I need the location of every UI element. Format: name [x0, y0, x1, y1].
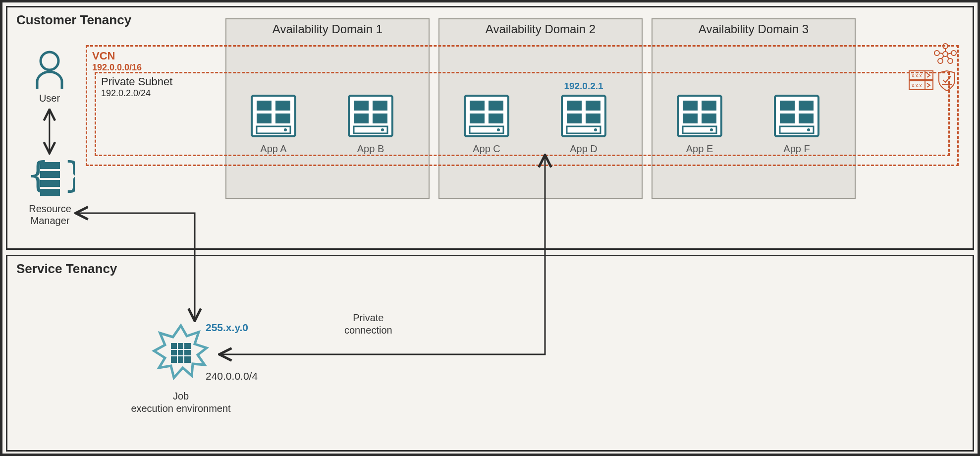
svg-rect-49 — [702, 114, 716, 123]
svg-point-2 — [951, 51, 956, 56]
route-table-icon: x.x.x x.x.x — [909, 71, 933, 90]
service-tenancy: Service Tenancy 255.x.y.0 240.0.0.0/4 — [6, 255, 974, 452]
svg-rect-53 — [780, 101, 795, 111]
security-list-icon — [939, 71, 955, 91]
customer-tenancy: Customer Tenancy Availability Domain 1 A… — [6, 6, 974, 250]
svg-rect-47 — [702, 101, 716, 111]
server-icon — [560, 94, 607, 138]
customer-tenancy-title: Customer Tenancy — [16, 12, 131, 28]
svg-point-37 — [497, 128, 500, 131]
job-gear-icon — [149, 321, 213, 385]
svg-point-44 — [594, 128, 597, 131]
svg-point-5 — [943, 52, 948, 57]
svg-rect-39 — [567, 101, 582, 111]
svg-line-9 — [941, 56, 944, 59]
svg-rect-34 — [470, 114, 485, 123]
svg-point-51 — [710, 128, 713, 131]
svg-rect-42 — [586, 114, 600, 123]
app-f: App F — [764, 94, 829, 155]
svg-text:}: } — [64, 156, 75, 195]
svg-line-7 — [939, 53, 943, 54]
user-label: User — [27, 93, 72, 104]
svg-rect-64 — [40, 180, 60, 187]
network-topology-icon — [933, 42, 958, 66]
app-b-label: App B — [338, 143, 403, 155]
svg-rect-40 — [586, 101, 600, 111]
svg-line-8 — [948, 53, 951, 54]
app-f-label: App F — [764, 143, 829, 155]
svg-rect-28 — [373, 114, 387, 123]
ad1-title: Availability Domain 1 — [226, 22, 429, 36]
resource-manager: { } ResourceManager — [18, 156, 82, 227]
app-e-label: App E — [667, 143, 732, 155]
svg-point-1 — [934, 51, 939, 56]
resource-manager-label: ResourceManager — [18, 203, 82, 227]
job-execution-environment: 255.x.y.0 240.0.0.0/4 Jobexecution envir… — [116, 321, 245, 415]
app-d: 192.0.2.1 App D — [551, 94, 616, 155]
app-c-label: App C — [454, 143, 519, 155]
app-a-label: App A — [241, 143, 306, 155]
svg-rect-35 — [489, 114, 503, 123]
app-a: App A — [241, 94, 306, 155]
svg-rect-62 — [40, 162, 60, 169]
job-ip-cidr: 240.0.0.0/4 — [206, 370, 258, 382]
svg-rect-55 — [780, 114, 795, 123]
vcn-cidr: 192.0.0.0/16 — [92, 62, 142, 73]
svg-point-58 — [807, 128, 810, 131]
server-icon — [773, 94, 820, 138]
svg-point-4 — [948, 58, 953, 63]
svg-point-3 — [938, 58, 943, 63]
user-icon — [32, 50, 67, 90]
svg-point-30 — [381, 128, 384, 131]
svg-point-59 — [41, 52, 58, 70]
vcn-label: VCN — [92, 50, 115, 62]
server-icon — [347, 94, 394, 138]
app-c: App C — [454, 94, 519, 155]
svg-point-23 — [284, 128, 287, 131]
service-tenancy-title: Service Tenancy — [16, 261, 117, 277]
svg-point-0 — [943, 44, 948, 49]
svg-rect-65 — [40, 189, 60, 196]
app-b: App B — [338, 94, 403, 155]
ad2-title: Availability Domain 2 — [439, 22, 642, 36]
resource-manager-icon: { } — [25, 156, 75, 199]
svg-rect-54 — [799, 101, 814, 111]
svg-rect-20 — [257, 114, 272, 123]
subnet-cidr: 192.0.2.0/24 — [101, 88, 151, 99]
job-label: Jobexecution environment — [116, 390, 245, 415]
svg-rect-48 — [683, 114, 698, 123]
app-d-ip: 192.0.2.1 — [551, 81, 616, 92]
app-e: App E — [667, 94, 732, 155]
svg-rect-63 — [40, 171, 60, 178]
svg-text:x.x.x: x.x.x — [912, 83, 922, 88]
diagram-stage: Customer Tenancy Availability Domain 1 A… — [0, 0, 980, 456]
svg-rect-27 — [354, 114, 369, 123]
route-table-and-security-list-icon: x.x.x x.x.x — [908, 69, 958, 94]
svg-rect-18 — [257, 101, 272, 111]
svg-rect-46 — [683, 101, 698, 111]
server-icon — [463, 94, 510, 138]
svg-text:x.x.x: x.x.x — [912, 73, 922, 78]
svg-rect-25 — [354, 101, 369, 111]
svg-line-10 — [947, 56, 949, 59]
app-d-label: App D — [551, 143, 616, 155]
svg-rect-33 — [489, 101, 503, 111]
svg-rect-26 — [373, 101, 387, 111]
svg-rect-67 — [171, 343, 191, 363]
svg-rect-21 — [275, 114, 290, 123]
private-connection-label: Privateconnection — [344, 312, 392, 337]
svg-rect-19 — [275, 101, 290, 111]
ad3-title: Availability Domain 3 — [653, 22, 855, 36]
job-ip-primary: 255.x.y.0 — [206, 322, 248, 334]
server-icon — [250, 94, 297, 138]
svg-rect-41 — [567, 114, 582, 123]
svg-rect-32 — [470, 101, 485, 111]
subnet-label: Private Subnet — [101, 75, 172, 88]
svg-rect-56 — [799, 114, 814, 123]
server-icon — [676, 94, 723, 138]
user: User — [27, 50, 72, 104]
